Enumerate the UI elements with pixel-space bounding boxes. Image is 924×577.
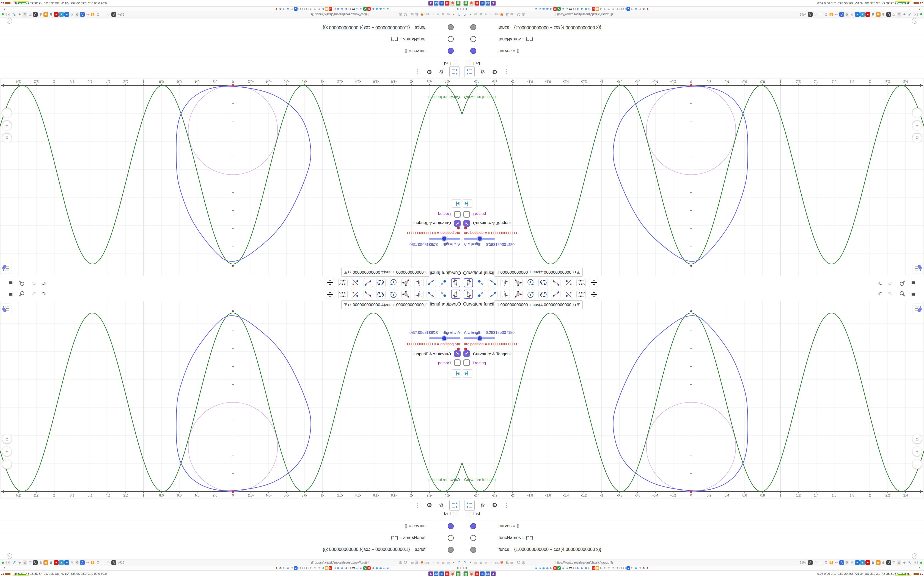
graphics-stylebar-toggle[interactable] <box>1 304 11 314</box>
taskbar-app-icon[interactable]: 🦊 <box>469 571 474 576</box>
point-tool[interactable]: A <box>439 278 448 287</box>
tracing-checkbox[interactable] <box>464 211 470 218</box>
conic-through-points-tool[interactable] <box>538 290 548 299</box>
browser-tool-icon[interactable]: ∩ <box>430 560 435 565</box>
taskbar-app-icon[interactable]: ☻ <box>428 571 433 576</box>
search-icon[interactable] <box>19 279 25 286</box>
slider-tool[interactable]: a = 2 <box>577 278 586 287</box>
visibility-toggle-funcNames[interactable] <box>470 535 476 541</box>
extension-icon[interactable]: 🛡 <box>892 560 896 565</box>
favicon[interactable]: G <box>359 566 363 570</box>
list-group-row[interactable]: − List <box>0 57 462 68</box>
pause-icon[interactable]: ‖ ‖ <box>457 7 461 11</box>
polygon-tool[interactable] <box>513 278 522 287</box>
zoom-in-button[interactable]: + <box>913 121 922 130</box>
list-group-row[interactable]: − List <box>462 509 924 520</box>
curve-from-curvature[interactable] <box>176 316 311 491</box>
conic-through-points-tool[interactable] <box>376 278 386 287</box>
arc-position-slider[interactable] <box>429 228 460 228</box>
favicon[interactable]: G <box>599 7 603 11</box>
curve-from-curvature[interactable] <box>176 86 311 261</box>
search-icon[interactable] <box>19 291 25 298</box>
undo-button[interactable]: ↶ <box>42 280 46 286</box>
extension-icon[interactable]: 🗑 <box>48 12 53 17</box>
favicon[interactable]: G <box>355 7 359 11</box>
visibility-toggle-funcNames[interactable] <box>470 36 476 42</box>
favicon[interactable]: ▦ <box>325 566 328 570</box>
favicon[interactable]: ⬡ <box>603 566 607 570</box>
browser-tool-icon[interactable]: ◍ <box>473 12 478 17</box>
extension-icon[interactable]: U <box>33 12 38 17</box>
redo-button[interactable]: ↷ <box>888 280 892 286</box>
favicon[interactable]: ⬡ <box>309 566 313 570</box>
algebra-row-curves[interactable]: curves = {} <box>0 45 462 57</box>
browser-tool-icon[interactable]: ◍ <box>478 12 483 17</box>
help-icon[interactable]: ? <box>912 553 918 559</box>
pause-icon[interactable]: ‖ ‖ <box>457 566 461 570</box>
extension-icon[interactable]: ◍ <box>897 560 901 565</box>
polygon-tool[interactable] <box>513 290 522 299</box>
extension-icon[interactable]: 🛡 <box>28 12 32 17</box>
favicon[interactable]: G <box>340 566 344 570</box>
favicon[interactable]: ⬡ <box>573 7 576 11</box>
arc-position-point[interactable] <box>690 490 693 493</box>
taskbar-app-icon[interactable]: ☻ <box>491 571 496 576</box>
favicon[interactable]: G <box>386 7 390 11</box>
favicon[interactable]: ⓘ <box>333 7 336 11</box>
favicon[interactable]: G <box>371 7 375 11</box>
tracing-checkbox[interactable] <box>454 211 460 218</box>
arc-position-slider[interactable] <box>429 349 460 349</box>
browser-tool-icon[interactable]: ∩ <box>484 560 488 565</box>
extension-icon[interactable]: ⊕ <box>902 560 907 565</box>
favicon[interactable]: G <box>577 7 580 11</box>
graphics-stylebar-toggle[interactable] <box>913 304 923 314</box>
favicon[interactable]: G <box>538 566 541 570</box>
extension-icon[interactable]: ⚙ <box>850 560 855 565</box>
arc-position-slider[interactable] <box>464 228 495 228</box>
favicon[interactable]: ◉ <box>542 7 545 11</box>
slider-tool[interactable]: a = 2 <box>577 290 586 299</box>
move-select-tool[interactable] <box>464 278 473 287</box>
favicon[interactable]: ⬡ <box>623 7 626 11</box>
list-group-row[interactable]: − List <box>0 509 462 520</box>
conic-through-points-tool[interactable] <box>376 290 386 299</box>
taskbar-app-icon[interactable]: ⚙ <box>445 1 450 6</box>
zoom-in-button[interactable]: + <box>2 447 11 456</box>
favicon[interactable]: G <box>359 7 363 11</box>
redo-button[interactable]: ↷ <box>888 291 892 297</box>
favicon[interactable]: ◉ <box>542 566 545 570</box>
menu-icon[interactable]: ≡ <box>9 291 13 298</box>
browser-tool-icon[interactable]: ◍ <box>441 560 446 565</box>
extension-icon[interactable]: ☆ <box>106 560 111 565</box>
polygon-tool[interactable] <box>402 290 411 299</box>
move-graphics-view-tool[interactable] <box>326 290 335 299</box>
favicon[interactable]: ⬡ <box>619 566 622 570</box>
skip-to-end-button[interactable]: ▶▏ <box>452 369 461 377</box>
favicon[interactable]: ⬡ <box>348 7 351 11</box>
skip-to-end-button[interactable]: ▶▏ <box>452 200 461 208</box>
favicon[interactable]: ◉ <box>379 566 382 570</box>
favicon[interactable]: f <box>275 7 278 11</box>
url-bar[interactable]: https://www.geogebra.org/classic/aagcxh3… <box>556 561 614 564</box>
extension-icon[interactable]: A <box>80 560 85 565</box>
favicon[interactable]: ◉ <box>584 566 588 570</box>
extension-icon[interactable]: ● <box>54 560 58 565</box>
extension-icon[interactable]: 🛡 <box>28 560 32 565</box>
search-icon[interactable] <box>899 279 905 286</box>
curve-from-curvature[interactable] <box>613 86 748 261</box>
favicon[interactable]: Я <box>553 7 557 11</box>
favicon[interactable]: ⬡ <box>305 7 309 11</box>
visibility-toggle-funcs[interactable] <box>448 547 454 553</box>
extension-icon[interactable]: ⚙ <box>69 12 74 17</box>
favicon[interactable]: G <box>549 7 553 11</box>
taskbar-app-icon[interactable]: ▦ <box>456 571 460 576</box>
extension-icon[interactable]: ◍ <box>897 12 901 17</box>
extension-icon[interactable]: 🗑 <box>881 12 886 17</box>
favicon[interactable]: G <box>344 7 347 11</box>
extension-icon[interactable]: 🗑 <box>871 12 876 17</box>
visibility-toggle-curves[interactable] <box>470 523 476 529</box>
arc-position-point[interactable] <box>232 84 234 87</box>
browser-tool-icon[interactable]: ● <box>468 12 473 17</box>
zoom-out-button[interactable]: − <box>2 108 11 118</box>
extension-icon[interactable]: ☆ <box>813 12 818 17</box>
